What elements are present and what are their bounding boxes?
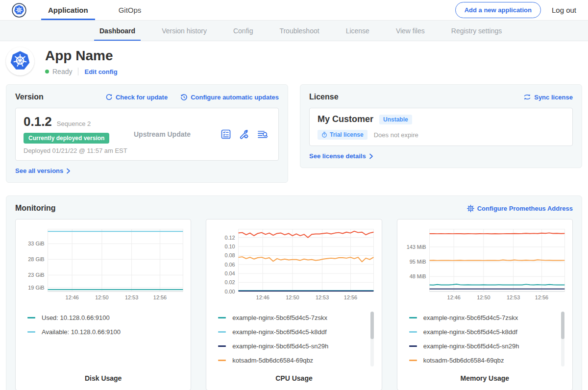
logout-button[interactable]: Log out bbox=[552, 6, 576, 14]
legend-scrollbar-thumb[interactable] bbox=[370, 312, 374, 339]
refresh-icon bbox=[105, 94, 113, 101]
memory-usage-legend: example-nginx-5bc6f5d4c5-7zskxexample-ng… bbox=[409, 311, 567, 369]
svg-text:12:56: 12:56 bbox=[344, 294, 357, 300]
svg-text:12:53: 12:53 bbox=[507, 294, 520, 300]
subnav-tab-registry-settings[interactable]: Registry settings bbox=[438, 21, 515, 41]
legend-scrollbar-thumb[interactable] bbox=[561, 312, 564, 339]
app-icon bbox=[6, 47, 34, 75]
app-subnav: Dashboard Version history Config Trouble… bbox=[0, 21, 588, 41]
see-license-details-label: See license details bbox=[309, 152, 366, 160]
svg-text:0.04: 0.04 bbox=[225, 270, 235, 276]
legend-item: example-nginx-5bc6f5d4c5-k8ddf bbox=[218, 325, 376, 339]
svg-text:12:46: 12:46 bbox=[66, 294, 79, 300]
app-header: App Name Ready Edit config bbox=[0, 41, 588, 84]
legend-scrollbar[interactable] bbox=[561, 312, 564, 366]
version-number: 0.1.2 bbox=[24, 114, 52, 129]
legend-item: example-nginx-5bc6f5d4c5-7zskx bbox=[218, 311, 376, 325]
subnav-tab-version-history[interactable]: Version history bbox=[148, 21, 220, 41]
configure-prometheus-label: Configure Prometheus Address bbox=[477, 205, 573, 212]
license-card-title: License bbox=[309, 93, 339, 101]
config-wrench-gear-icon[interactable] bbox=[239, 129, 249, 140]
check-for-update-link[interactable]: Check for update bbox=[105, 94, 168, 101]
tab-application[interactable]: Application bbox=[44, 0, 92, 20]
edit-config-link[interactable]: Edit config bbox=[84, 68, 117, 75]
add-new-application-button[interactable]: Add a new application bbox=[455, 2, 541, 18]
configure-automatic-updates-link[interactable]: Configure automatic updates bbox=[180, 94, 279, 101]
svg-text:19 GiB: 19 GiB bbox=[28, 285, 44, 291]
version-sequence: Sequence 2 bbox=[57, 120, 91, 127]
chevron-right-icon bbox=[369, 153, 373, 159]
series-color-dash-icon bbox=[409, 331, 417, 333]
disk-usage-chart: 12:4612:5012:5312:5633 GiB28 GiB23 GiB19… bbox=[21, 224, 186, 307]
version-source: Upstream Update bbox=[134, 130, 220, 138]
chart-title-memory: Memory Usage bbox=[402, 369, 567, 382]
chevron-right-icon bbox=[66, 168, 71, 174]
legend-label: Used: 10.128.0.66:9100 bbox=[42, 314, 110, 321]
svg-text:0.10: 0.10 bbox=[225, 244, 235, 249]
legend-label: kotsadm-5db6dc6584-69qbz bbox=[423, 357, 504, 364]
deployed-timestamp: Deployed 01/21/22 @ 11:57 am EST bbox=[24, 147, 134, 154]
legend-label: example-nginx-5bc6f5d4c5-sn29h bbox=[423, 342, 519, 350]
cpu-usage-legend: example-nginx-5bc6f5d4c5-7zskxexample-ng… bbox=[218, 311, 376, 369]
legend-item: Used: 10.128.0.66:9100 bbox=[27, 311, 186, 325]
topnav-tabs: Application GitOps bbox=[44, 0, 145, 20]
memory-usage-chart: 12:4612:5012:5312:56143 MiB95 MiB48 MiB bbox=[402, 224, 567, 307]
subnav-tab-license[interactable]: License bbox=[333, 21, 383, 41]
svg-text:0.08: 0.08 bbox=[225, 252, 235, 258]
subnav-tab-config[interactable]: Config bbox=[220, 21, 266, 41]
channel-badge: Unstable bbox=[379, 115, 412, 124]
svg-text:12:50: 12:50 bbox=[286, 294, 299, 300]
subnav-tab-troubleshoot[interactable]: Troubleshoot bbox=[266, 21, 332, 41]
legend-label: example-nginx-5bc6f5d4c5-7zskx bbox=[423, 314, 518, 321]
svg-text:12:53: 12:53 bbox=[125, 294, 138, 300]
cpu-usage-chart-card: 12:4612:5012:5312:560.120.100.080.060.04… bbox=[206, 219, 382, 390]
currently-deployed-badge: Currently deployed version bbox=[24, 133, 109, 144]
series-color-dash-icon bbox=[27, 331, 35, 333]
customer-name: My Customer bbox=[318, 114, 373, 124]
legend-item: example-nginx-5bc6f5d4c5-sn29h bbox=[409, 339, 567, 353]
configure-prometheus-link[interactable]: Configure Prometheus Address bbox=[467, 205, 573, 212]
svg-text:0.02: 0.02 bbox=[225, 279, 235, 285]
series-color-dash-icon bbox=[218, 345, 226, 347]
license-card: License Sync license My Custome bbox=[300, 84, 582, 168]
see-all-versions-link[interactable]: See all versions bbox=[15, 167, 71, 174]
stopwatch-icon bbox=[321, 132, 327, 138]
legend-scrollbar[interactable] bbox=[370, 312, 374, 366]
gear-icon bbox=[467, 205, 474, 212]
legend-label: example-nginx-5bc6f5d4c5-sn29h bbox=[232, 342, 328, 350]
app-status-text: Ready bbox=[52, 68, 72, 75]
svg-text:12:56: 12:56 bbox=[535, 294, 548, 300]
check-for-update-label: Check for update bbox=[116, 94, 168, 101]
version-card: Version Check for update bbox=[6, 84, 288, 183]
kubernetes-logo-icon[interactable] bbox=[12, 3, 26, 18]
series-color-dash-icon bbox=[409, 360, 417, 361]
configure-automatic-updates-label: Configure automatic updates bbox=[191, 94, 279, 101]
series-color-dash-icon bbox=[409, 317, 417, 318]
disk-usage-chart-card: 12:4612:5012:5312:5633 GiB28 GiB23 GiB19… bbox=[15, 219, 191, 390]
svg-text:48 MiB: 48 MiB bbox=[409, 273, 426, 279]
series-color-dash-icon bbox=[409, 345, 417, 347]
memory-usage-chart-card: 12:4612:5012:5312:56143 MiB95 MiB48 MiB … bbox=[397, 219, 573, 390]
top-navbar: Application GitOps Add a new application… bbox=[0, 0, 588, 21]
tab-gitops[interactable]: GitOps bbox=[115, 0, 146, 20]
svg-text:12:46: 12:46 bbox=[447, 294, 460, 300]
svg-text:0.12: 0.12 bbox=[225, 235, 235, 241]
legend-label: example-nginx-5bc6f5d4c5-7zskx bbox=[232, 314, 327, 321]
view-logs-icon[interactable] bbox=[257, 129, 269, 140]
swap-arrows-icon bbox=[523, 94, 531, 100]
subnav-tab-dashboard[interactable]: Dashboard bbox=[86, 21, 148, 41]
svg-text:28 GiB: 28 GiB bbox=[28, 256, 44, 262]
svg-text:95 MiB: 95 MiB bbox=[409, 259, 426, 265]
clock-cycle-icon bbox=[180, 94, 188, 101]
cpu-usage-chart: 12:4612:5012:5312:560.120.100.080.060.04… bbox=[211, 224, 376, 307]
subnav-tab-view-files[interactable]: View files bbox=[383, 21, 438, 41]
ready-status-dot-icon bbox=[45, 70, 49, 73]
preflight-checks-icon[interactable] bbox=[220, 129, 231, 140]
disk-usage-legend: Used: 10.128.0.66:9100Available: 10.128.… bbox=[27, 311, 186, 369]
svg-text:33 GiB: 33 GiB bbox=[28, 241, 44, 246]
see-license-details-link[interactable]: See license details bbox=[309, 152, 373, 160]
monitoring-section: Monitoring bbox=[6, 195, 582, 390]
chart-title-disk: Disk Usage bbox=[21, 369, 186, 382]
svg-text:12:50: 12:50 bbox=[477, 294, 490, 300]
sync-license-link[interactable]: Sync license bbox=[523, 94, 573, 101]
